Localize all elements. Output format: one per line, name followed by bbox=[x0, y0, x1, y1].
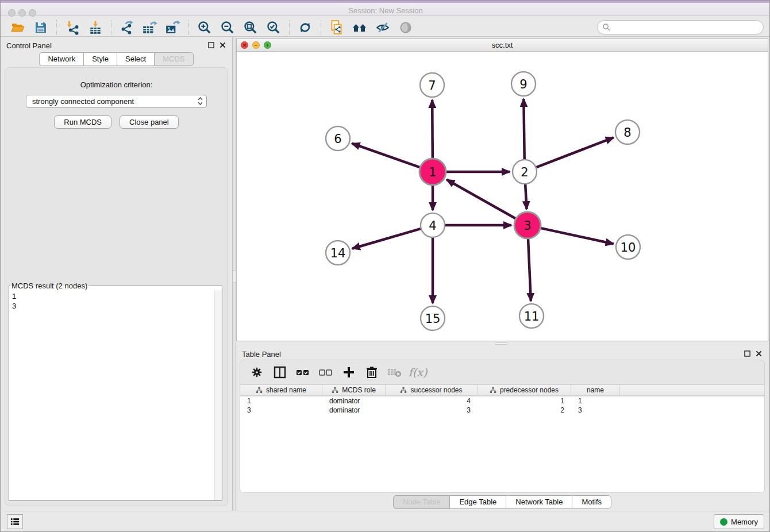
column-label: shared name bbox=[266, 386, 306, 394]
network-window-titlebar[interactable]: ✕ − + scc.txt bbox=[237, 39, 768, 52]
cell-name[interactable]: 3 bbox=[571, 406, 620, 415]
cell-predecessor-nodes[interactable]: 1 bbox=[478, 396, 571, 406]
tab-motifs[interactable]: Motifs bbox=[572, 495, 611, 509]
table-toolbar: f(x) bbox=[240, 360, 764, 384]
settings-gear-icon[interactable] bbox=[248, 364, 265, 381]
cell-shared-name[interactable]: 3 bbox=[240, 406, 322, 415]
zoom-fit-icon[interactable] bbox=[241, 20, 260, 36]
run-mcds-button[interactable]: Run MCDS bbox=[54, 115, 111, 129]
mcds-result-box: MCDS result (2 nodes) 13 bbox=[9, 282, 222, 501]
column-visibility-icon[interactable] bbox=[271, 364, 288, 381]
graph-node-label-8: 8 bbox=[623, 126, 631, 140]
horizontal-split-divider[interactable] bbox=[236, 341, 768, 346]
tab-mcds[interactable]: MCDS bbox=[154, 52, 193, 66]
float-panel-icon[interactable] bbox=[207, 41, 215, 49]
criterion-dropdown[interactable]: strongly connected component bbox=[26, 95, 207, 108]
search-field[interactable] bbox=[597, 20, 764, 34]
mcds-result-lines: 13 bbox=[9, 290, 214, 500]
duplicate-network-icon[interactable] bbox=[327, 20, 346, 36]
tab-node-table[interactable]: Node Table bbox=[393, 495, 450, 509]
graph-edge-2-9[interactable] bbox=[523, 99, 524, 159]
tab-network[interactable]: Network bbox=[39, 52, 83, 66]
graph-edge-1-6[interactable] bbox=[352, 144, 420, 167]
network-canvas[interactable]: 1234678910111415 bbox=[237, 52, 768, 341]
cell-MCDS-role[interactable]: dominator bbox=[322, 396, 386, 406]
cell-predecessor-nodes[interactable]: 2 bbox=[478, 406, 571, 415]
graph-node-label-14: 14 bbox=[330, 246, 346, 260]
delete-row-icon[interactable] bbox=[363, 364, 380, 381]
table-row[interactable]: 1dominator411 bbox=[240, 396, 764, 406]
graph-node-label-10: 10 bbox=[621, 241, 636, 255]
fx-label: f(x) bbox=[409, 366, 428, 379]
result-scrollbar[interactable] bbox=[214, 290, 222, 500]
add-row-icon[interactable] bbox=[340, 364, 357, 381]
home-layout-icon[interactable] bbox=[350, 20, 369, 36]
cell-MCDS-role[interactable]: dominator bbox=[322, 406, 386, 415]
window-title: Session: New Session bbox=[1, 6, 770, 15]
graph-edge-3-1[interactable] bbox=[446, 180, 515, 218]
column-label: MCDS role bbox=[342, 386, 376, 394]
search-input[interactable] bbox=[611, 22, 763, 33]
close-panel-button[interactable]: Close panel bbox=[120, 115, 179, 129]
graph-node-label-11: 11 bbox=[524, 310, 540, 323]
mcds-result-title: MCDS result (2 nodes) bbox=[10, 282, 88, 290]
table-header-row: shared nameMCDS rolesuccessor nodesprede… bbox=[240, 385, 764, 396]
close-panel-icon[interactable] bbox=[218, 41, 226, 49]
graph-node-label-2: 2 bbox=[521, 165, 528, 179]
zoom-out-icon[interactable] bbox=[218, 20, 237, 36]
export-network-icon[interactable] bbox=[117, 20, 137, 36]
column-header-shared-name[interactable]: shared name bbox=[240, 385, 322, 395]
save-session-icon[interactable] bbox=[31, 20, 51, 36]
select-all-icon[interactable] bbox=[294, 364, 311, 381]
network-view-window: ✕ − + scc.txt 1234678910111415 bbox=[236, 38, 768, 341]
tab-network-table[interactable]: Network Table bbox=[506, 495, 572, 509]
import-network-icon[interactable] bbox=[63, 20, 82, 36]
import-table-icon[interactable] bbox=[86, 20, 105, 36]
graph-edge-2-8[interactable] bbox=[537, 137, 614, 167]
window-titlebar: Session: New Session bbox=[1, 1, 770, 16]
graph-edge-3-10[interactable] bbox=[541, 228, 613, 244]
memory-button[interactable]: Memory bbox=[714, 514, 764, 529]
main-toolbar bbox=[1, 18, 770, 37]
column-header-name[interactable]: name bbox=[571, 385, 620, 395]
cell-successor-nodes[interactable]: 4 bbox=[386, 396, 478, 406]
toolbar-separator bbox=[56, 20, 57, 35]
graph-node-label-1: 1 bbox=[429, 165, 436, 179]
show-graphics-details-icon[interactable] bbox=[396, 20, 415, 36]
column-type-icon bbox=[256, 387, 263, 394]
export-image-icon[interactable] bbox=[163, 20, 183, 36]
graph-edge-2-3[interactable] bbox=[525, 184, 526, 209]
table-row[interactable]: 3dominator323 bbox=[240, 406, 764, 415]
graph-edge-1-7[interactable] bbox=[432, 100, 433, 158]
delete-table-icon bbox=[386, 364, 403, 381]
split-handle[interactable] bbox=[495, 342, 507, 345]
zoom-selected-icon[interactable] bbox=[264, 20, 283, 36]
column-header-predecessor-nodes[interactable]: predecessor nodes bbox=[478, 385, 571, 395]
mcds-result-line: 1 bbox=[12, 291, 214, 301]
cell-successor-nodes[interactable]: 3 bbox=[386, 406, 478, 415]
tab-edge-table[interactable]: Edge Table bbox=[449, 495, 506, 509]
dropdown-stepper-icon bbox=[198, 97, 203, 106]
column-header-successor-nodes[interactable]: successor nodes bbox=[386, 385, 478, 395]
column-header-MCDS-role[interactable]: MCDS role bbox=[322, 385, 386, 395]
open-session-icon[interactable] bbox=[8, 20, 28, 36]
graph-node-label-6: 6 bbox=[334, 132, 341, 146]
cell-name[interactable]: 1 bbox=[571, 396, 620, 406]
task-history-button[interactable] bbox=[7, 514, 23, 529]
zoom-in-icon[interactable] bbox=[195, 20, 214, 36]
graph-edge-3-11[interactable] bbox=[528, 239, 531, 301]
tab-select[interactable]: Select bbox=[117, 52, 154, 66]
tab-style[interactable]: Style bbox=[83, 52, 117, 66]
close-panel-icon[interactable] bbox=[754, 349, 763, 357]
table-panel-content: f(x) shared nameMCDS rolesuccessor nodes… bbox=[240, 360, 765, 493]
export-table-icon[interactable] bbox=[140, 20, 160, 36]
hide-edge-details-icon[interactable] bbox=[373, 20, 392, 36]
graph-edge-4-14[interactable] bbox=[352, 229, 421, 249]
column-label: successor nodes bbox=[410, 386, 462, 394]
float-panel-icon[interactable] bbox=[743, 349, 751, 357]
graph-node-label-3: 3 bbox=[523, 219, 531, 233]
refresh-view-icon[interactable] bbox=[295, 20, 315, 36]
column-type-icon bbox=[332, 387, 338, 394]
cell-shared-name[interactable]: 1 bbox=[240, 396, 322, 406]
deselect-all-icon[interactable] bbox=[317, 364, 334, 381]
